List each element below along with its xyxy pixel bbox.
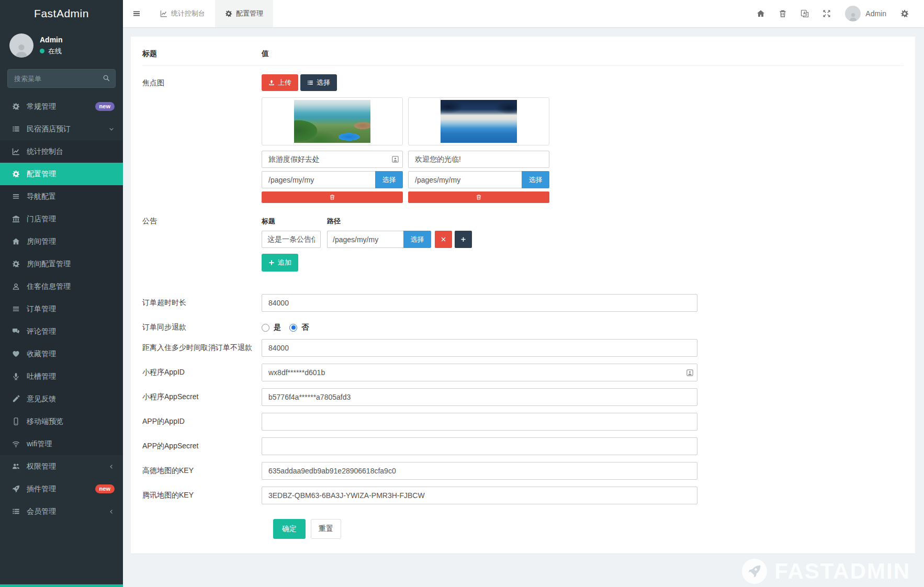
menu-search bbox=[7, 69, 116, 88]
row-notice: 公告 标题 路径 选择 bbox=[142, 217, 904, 272]
sidebar-item-label: 会员管理 bbox=[27, 507, 56, 516]
sidebar-item-general[interactable]: 常规管理 new bbox=[0, 95, 123, 118]
sidebar-item-stats-console[interactable]: 统计控制台 bbox=[0, 140, 123, 163]
topbar-user-menu[interactable]: Admin bbox=[838, 6, 894, 21]
image-path-input[interactable] bbox=[262, 171, 375, 188]
radio-no-label[interactable]: 否 bbox=[301, 323, 309, 332]
notice-subheaders: 标题 路径 bbox=[262, 217, 904, 226]
tab-config[interactable]: 配置管理 bbox=[215, 0, 273, 27]
tencent-map-key-input[interactable] bbox=[262, 487, 697, 504]
delete-image-button[interactable] bbox=[262, 191, 403, 203]
miniprogram-appid-input[interactable] bbox=[262, 364, 697, 381]
sidebar-item-feedback[interactable]: 意见反馈 bbox=[0, 388, 123, 410]
sidebar-item-complaint[interactable]: 吐槽管理 bbox=[0, 365, 123, 388]
notice-title-input[interactable] bbox=[262, 231, 321, 248]
sidebar-item-label: 配置管理 bbox=[27, 170, 56, 179]
chart-icon bbox=[11, 148, 21, 155]
sidebar-item-label: 导航配置 bbox=[27, 192, 56, 201]
image-title-input[interactable] bbox=[262, 151, 403, 168]
cogs-icon[interactable] bbox=[894, 0, 916, 27]
choose-button[interactable]: 选择 bbox=[300, 74, 337, 91]
search-icon[interactable] bbox=[98, 70, 115, 87]
sidebar-item-comment[interactable]: 评论管理 bbox=[0, 320, 123, 343]
translate-icon[interactable] bbox=[794, 0, 816, 27]
delete-image-button[interactable] bbox=[408, 191, 549, 203]
miniprogram-appsecret-input[interactable] bbox=[262, 388, 697, 406]
row-order-timeout: 订单超时时长 bbox=[142, 294, 904, 312]
row-app-appid: APP的AppID bbox=[142, 413, 904, 431]
sidebar-item-hotel-booking[interactable]: 民宿酒店预订 bbox=[0, 118, 123, 140]
add-notice-button[interactable] bbox=[455, 231, 472, 248]
reset-button[interactable]: 重置 bbox=[311, 519, 341, 539]
sidebar-item-label: 民宿酒店预订 bbox=[27, 125, 71, 134]
image-preview-frame bbox=[262, 97, 403, 145]
user-silhouette-icon bbox=[14, 42, 29, 58]
radio-yes[interactable] bbox=[262, 324, 269, 332]
sidebar-item-label: 移动端预览 bbox=[27, 417, 63, 426]
comments-icon bbox=[11, 328, 21, 335]
user-icon bbox=[11, 283, 21, 290]
sidebar-item-wifi[interactable]: wifi管理 bbox=[0, 433, 123, 455]
submit-button[interactable]: 确定 bbox=[273, 519, 306, 539]
sidebar-item-store[interactable]: 门店管理 bbox=[0, 208, 123, 230]
sidebar-item-room-config[interactable]: 房间配置管理 bbox=[0, 253, 123, 275]
row-miniprogram-appid: 小程序AppID bbox=[142, 364, 904, 381]
notice-path-input[interactable] bbox=[327, 231, 403, 248]
hamburger-menu-icon[interactable] bbox=[123, 0, 150, 27]
topbar-actions: Admin bbox=[750, 0, 924, 27]
field-label: APP的AppSecret bbox=[142, 437, 262, 455]
home-icon[interactable] bbox=[750, 0, 772, 27]
field-label: 高德地图的KEY bbox=[142, 462, 262, 480]
rocket-logo-icon bbox=[742, 559, 767, 584]
sidebar-item-order[interactable]: 订单管理 bbox=[0, 298, 123, 320]
app-appid-input[interactable] bbox=[262, 413, 697, 431]
content-area: 标题 值 焦点图 上传 选择 bbox=[123, 27, 924, 587]
sidebar-item-label: 统计控制台 bbox=[27, 147, 63, 156]
notice-col-path: 路径 bbox=[327, 217, 341, 226]
fullscreen-icon[interactable] bbox=[816, 0, 838, 27]
image-path-input[interactable] bbox=[408, 171, 522, 188]
order-timeout-input[interactable] bbox=[262, 294, 697, 312]
radio-no[interactable] bbox=[289, 324, 297, 332]
sidebar-item-plugin[interactable]: 插件管理 new bbox=[0, 478, 123, 500]
app-appsecret-input[interactable] bbox=[262, 437, 697, 455]
select-path-button[interactable]: 选择 bbox=[375, 171, 403, 188]
autofill-contact-icon bbox=[391, 155, 399, 165]
tropical-resort-photo bbox=[294, 100, 370, 143]
new-badge: new bbox=[95, 484, 115, 493]
fastadmin-watermark: FASTADMIN bbox=[742, 559, 910, 584]
row-no-refund-window: 距离入住多少时间取消订单不退款 bbox=[142, 339, 904, 357]
brand-logo[interactable]: FastAdmin bbox=[0, 0, 123, 27]
user-name: Admin bbox=[40, 36, 63, 44]
trash-icon[interactable] bbox=[772, 0, 794, 27]
sidebar-item-nav-config[interactable]: 导航配置 bbox=[0, 185, 123, 208]
sidebar-item-member[interactable]: 会员管理 bbox=[0, 500, 123, 523]
select-path-button[interactable]: 选择 bbox=[522, 171, 549, 188]
list-icon bbox=[11, 125, 21, 133]
remove-notice-button[interactable] bbox=[435, 231, 452, 248]
select-path-button[interactable]: 选择 bbox=[403, 231, 431, 248]
list-icon bbox=[11, 507, 21, 515]
upload-button[interactable]: 上传 bbox=[262, 74, 298, 91]
user-status: 在线 bbox=[40, 47, 63, 56]
sidebar-item-mobile-preview[interactable]: 移动端预览 bbox=[0, 410, 123, 433]
tab-bar: 统计控制台 配置管理 bbox=[150, 0, 273, 27]
sidebar-item-favorite[interactable]: 收藏管理 bbox=[0, 343, 123, 365]
sidebar-item-label: 吐槽管理 bbox=[27, 372, 56, 381]
radio-yes-label[interactable]: 是 bbox=[274, 323, 281, 332]
append-button[interactable]: 追加 bbox=[262, 254, 298, 272]
sidebar-item-config[interactable]: 配置管理 bbox=[0, 163, 123, 185]
trash-icon bbox=[329, 194, 335, 200]
sidebar-item-guest-info[interactable]: 住客信息管理 bbox=[0, 275, 123, 298]
no-refund-window-input[interactable] bbox=[262, 339, 697, 357]
chevron-left-icon bbox=[108, 509, 115, 515]
image-title-input[interactable] bbox=[408, 151, 549, 168]
row-app-appsecret: APP的AppSecret bbox=[142, 437, 904, 455]
amap-key-input[interactable] bbox=[262, 462, 697, 480]
rocket-icon bbox=[11, 485, 21, 493]
sidebar-item-permission[interactable]: 权限管理 bbox=[0, 455, 123, 478]
tab-stats-console[interactable]: 统计控制台 bbox=[150, 0, 215, 27]
status-label: 在线 bbox=[48, 47, 62, 56]
column-value: 值 bbox=[262, 49, 269, 59]
sidebar-item-room[interactable]: 房间管理 bbox=[0, 230, 123, 253]
